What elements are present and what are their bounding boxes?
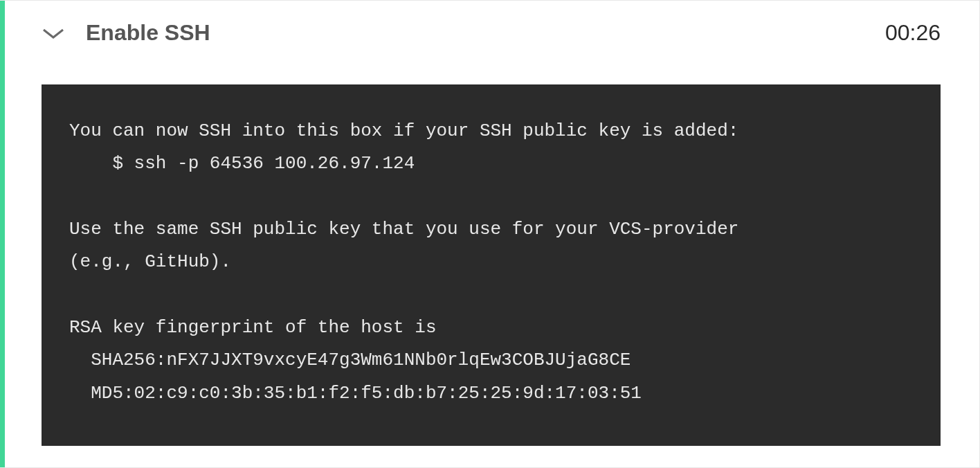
step-duration: 00:26	[885, 20, 941, 46]
terminal-line: MD5:02:c9:c0:3b:35:b1:f2:f5:db:b7:25:25:…	[69, 383, 642, 404]
terminal-line: $ ssh -p 64536 100.26.97.124	[69, 153, 415, 174]
terminal-line: You can now SSH into this box if your SS…	[69, 120, 738, 141]
terminal-line: (e.g., GitHub).	[69, 251, 231, 272]
terminal-line: Use the same SSH public key that you use…	[69, 219, 738, 240]
terminal-line: RSA key fingerprint of the host is	[69, 317, 437, 338]
terminal-line: SHA256:nFX7JJXT9vxcyE47g3Wm61NNb0rlqEw3C…	[69, 350, 630, 370]
chevron-down-icon[interactable]	[42, 26, 65, 41]
step-panel: Enable SSH 00:26 You can now SSH into th…	[0, 0, 980, 468]
terminal-output: You can now SSH into this box if your SS…	[42, 84, 941, 446]
step-header[interactable]: Enable SSH 00:26	[0, 1, 979, 65]
step-title: Enable SSH	[86, 20, 885, 46]
